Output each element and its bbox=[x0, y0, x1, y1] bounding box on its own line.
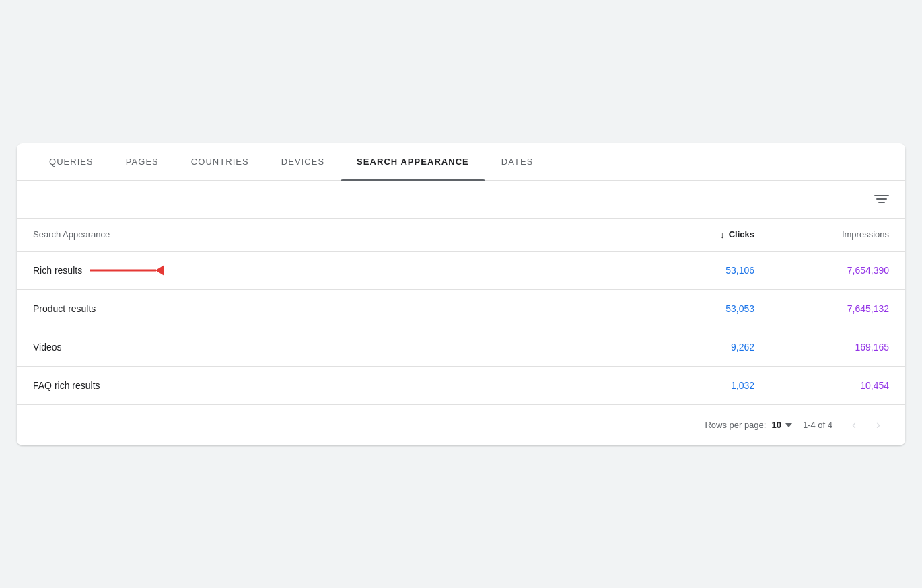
page-info: 1-4 of 4 bbox=[803, 420, 832, 430]
tab-pages[interactable]: PAGES bbox=[110, 143, 175, 180]
filter-button[interactable] bbox=[874, 195, 889, 203]
row-impressions: 10,454 bbox=[754, 380, 889, 391]
row-clicks: 53,053 bbox=[620, 303, 754, 314]
table-header: Search Appearance ↓ Clicks Impressions bbox=[17, 219, 905, 252]
main-card: QUERIES PAGES COUNTRIES DEVICES SEARCH A… bbox=[17, 143, 905, 445]
row-clicks: 53,106 bbox=[620, 265, 754, 276]
column-label: Search Appearance bbox=[33, 229, 620, 240]
tab-devices[interactable]: DEVICES bbox=[265, 143, 341, 180]
rows-per-page-value: 10 bbox=[771, 420, 781, 430]
sort-arrow-icon: ↓ bbox=[720, 229, 725, 240]
column-impressions: Impressions bbox=[754, 229, 889, 240]
table-row: Product results 53,053 7,645,132 bbox=[17, 290, 905, 328]
row-label: Product results bbox=[33, 303, 620, 314]
tab-navigation: QUERIES PAGES COUNTRIES DEVICES SEARCH A… bbox=[17, 143, 905, 181]
prev-page-button[interactable]: ‹ bbox=[843, 414, 865, 436]
dropdown-arrow-icon bbox=[785, 423, 792, 427]
data-table: Search Appearance ↓ Clicks Impressions R… bbox=[17, 219, 905, 404]
tab-dates[interactable]: DATES bbox=[485, 143, 550, 180]
rows-per-page-label: Rows per page: bbox=[705, 420, 766, 430]
tab-countries[interactable]: COUNTRIES bbox=[175, 143, 265, 180]
row-label: Videos bbox=[33, 342, 620, 353]
row-label: FAQ rich results bbox=[33, 380, 620, 391]
row-clicks: 9,262 bbox=[620, 342, 754, 353]
table-row: FAQ rich results 1,032 10,454 bbox=[17, 367, 905, 404]
filter-bar bbox=[17, 181, 905, 219]
row-label: Rich results bbox=[33, 265, 620, 276]
row-impressions: 7,645,132 bbox=[754, 303, 889, 314]
column-clicks[interactable]: ↓ Clicks bbox=[620, 229, 754, 240]
pagination-bar: Rows per page: 10 1-4 of 4 ‹ › bbox=[17, 404, 905, 445]
page-navigation: ‹ › bbox=[843, 414, 889, 436]
row-impressions: 7,654,390 bbox=[754, 265, 889, 276]
row-clicks: 1,032 bbox=[620, 380, 754, 391]
tab-queries[interactable]: QUERIES bbox=[33, 143, 110, 180]
rows-per-page: Rows per page: 10 bbox=[705, 420, 792, 430]
rows-per-page-dropdown[interactable]: 10 bbox=[771, 420, 791, 430]
table-row: Videos 9,262 169,165 bbox=[17, 328, 905, 367]
next-page-button[interactable]: › bbox=[867, 414, 889, 436]
row-impressions: 169,165 bbox=[754, 342, 889, 353]
tab-search-appearance[interactable]: SEARCH APPEARANCE bbox=[341, 143, 485, 180]
table-row: Rich results 53,106 7,654,390 bbox=[17, 252, 905, 290]
